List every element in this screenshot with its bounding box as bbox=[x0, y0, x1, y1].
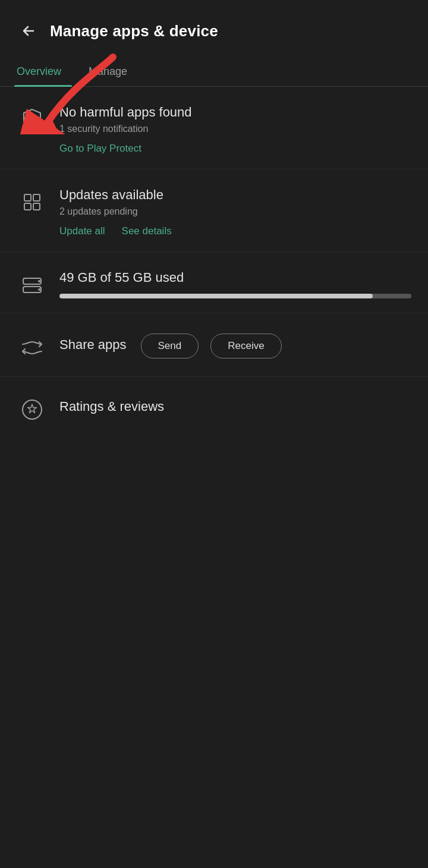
update-all-link[interactable]: Update all bbox=[59, 225, 105, 237]
send-button[interactable]: Send bbox=[141, 334, 199, 358]
content-area: No harmful apps found 1 security notific… bbox=[0, 87, 428, 440]
updates-title: Updates available bbox=[59, 187, 411, 203]
play-protect-title: No harmful apps found bbox=[59, 105, 411, 120]
share-apps-title: Share apps bbox=[59, 337, 127, 353]
storage-title: 49 GB of 55 GB used bbox=[59, 270, 411, 285]
page-title: Manage apps & device bbox=[50, 22, 218, 40]
play-protect-icon bbox=[17, 107, 48, 132]
share-apps-body: Share apps Send Receive bbox=[59, 331, 411, 358]
storage-section: 49 GB of 55 GB used bbox=[0, 252, 428, 313]
see-details-link[interactable]: See details bbox=[122, 225, 172, 237]
play-protect-body: No harmful apps found 1 security notific… bbox=[59, 105, 411, 155]
share-apps-section: Share apps Send Receive bbox=[0, 313, 428, 377]
svg-point-11 bbox=[38, 288, 40, 291]
svg-rect-7 bbox=[33, 203, 40, 210]
updates-body: Updates available 2 updates pending Upda… bbox=[59, 187, 411, 237]
svg-rect-6 bbox=[24, 203, 31, 210]
share-buttons-row: Send Receive bbox=[141, 334, 282, 358]
svg-point-10 bbox=[38, 280, 40, 282]
play-protect-section: No harmful apps found 1 security notific… bbox=[0, 87, 428, 169]
ratings-body: Ratings & reviews bbox=[59, 399, 411, 418]
tabs-bar: Overview Manage bbox=[0, 57, 428, 87]
tab-overview[interactable]: Overview bbox=[14, 57, 72, 86]
ratings-title: Ratings & reviews bbox=[59, 399, 411, 414]
updates-actions: Update all See details bbox=[59, 225, 411, 237]
go-to-play-protect-link[interactable]: Go to Play Protect bbox=[59, 143, 411, 155]
updates-icon bbox=[17, 190, 48, 215]
header: Manage apps & device bbox=[0, 0, 428, 57]
storage-body: 49 GB of 55 GB used bbox=[59, 270, 411, 298]
ratings-icon bbox=[17, 397, 48, 422]
svg-rect-5 bbox=[33, 194, 40, 201]
svg-point-12 bbox=[23, 400, 42, 419]
share-apps-inner: Share apps Send Receive bbox=[59, 331, 411, 358]
tab-manage[interactable]: Manage bbox=[86, 57, 138, 86]
play-protect-subtitle: 1 security notification bbox=[59, 124, 411, 134]
receive-button[interactable]: Receive bbox=[210, 334, 281, 358]
svg-rect-4 bbox=[24, 194, 31, 201]
svg-point-3 bbox=[32, 121, 33, 122]
storage-bar bbox=[59, 294, 411, 298]
storage-icon bbox=[17, 272, 48, 297]
updates-subtitle: 2 updates pending bbox=[59, 206, 411, 217]
share-apps-icon bbox=[17, 334, 48, 362]
back-button[interactable] bbox=[14, 17, 43, 45]
ratings-section: Ratings & reviews bbox=[0, 377, 428, 440]
updates-section: Updates available 2 updates pending Upda… bbox=[0, 169, 428, 252]
storage-bar-fill bbox=[59, 294, 373, 298]
back-arrow-icon bbox=[20, 23, 37, 39]
